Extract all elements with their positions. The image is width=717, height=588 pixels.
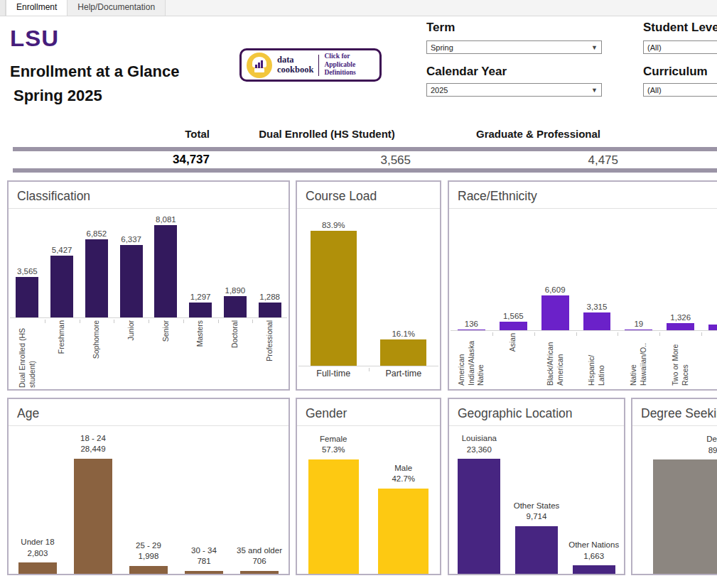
race-ethnicity-x-axis: American Indian/Alaska NativeAsianBlack/…: [451, 331, 717, 389]
bar-label: 25 - 291,998: [136, 540, 161, 562]
bar[interactable]: [129, 566, 168, 574]
bar-label: Degree89.0%: [706, 434, 717, 456]
x-axis-label: Two or More Races: [671, 333, 690, 386]
bar[interactable]: [378, 489, 428, 574]
chart-title-gender: Gender: [297, 399, 440, 426]
data-cookbook-link[interactable]: data cookbook Click for Applicable Defin…: [239, 48, 382, 82]
curriculum-select[interactable]: (All)▼: [643, 83, 717, 97]
classification-chart[interactable]: 3,5655,4276,8526,3378,0811,2971,8901,288: [10, 209, 287, 318]
summary-divider-bottom: [13, 168, 717, 173]
chart-title-age: Age: [9, 399, 289, 426]
tab-enrollment[interactable]: Enrollment: [6, 0, 68, 16]
chart-title-course-load: Course Load: [297, 182, 440, 209]
x-axis-label: Native Hawaiian/O..: [629, 333, 648, 386]
bar-value-label: 1,890: [225, 286, 245, 295]
course-load-panel: Course Load 83.9%16.1%Full-timePart-time: [296, 180, 441, 391]
bar[interactable]: [708, 325, 717, 330]
summary-header-total: Total: [142, 128, 210, 140]
bar[interactable]: [85, 239, 108, 317]
degree-seeking-chart[interactable]: Degree89.0%: [634, 426, 717, 574]
bar-label: Female57.3%: [320, 434, 347, 456]
bar[interactable]: [50, 256, 73, 317]
bar[interactable]: [583, 312, 611, 330]
bar[interactable]: [16, 277, 38, 317]
bar[interactable]: [541, 295, 569, 330]
cookbook-divider: [318, 55, 319, 76]
bar[interactable]: [189, 303, 212, 317]
dropdown-arrow-icon: ▼: [591, 44, 598, 51]
chart-title-race-ethnicity: Race/Ethnicity: [449, 182, 717, 209]
bar-value-label: 6,337: [121, 235, 141, 244]
page-subtitle: Spring 2025: [14, 87, 102, 105]
bar[interactable]: [224, 296, 247, 317]
summary-header-grad-professional: Graduate & Professional: [462, 128, 615, 140]
calendar-year-filter-label: Calendar Year: [426, 65, 507, 79]
bar[interactable]: [515, 526, 558, 574]
bar-value-label: 3,315: [587, 303, 608, 311]
bar-label: Other States9,714: [514, 501, 560, 523]
sheet-tab-bar: Enrollment Help/Documentation: [0, 0, 717, 16]
calendar-year-select[interactable]: 2025▼: [426, 83, 602, 97]
bar-label: 35 and older706: [237, 545, 282, 567]
dropdown-arrow-icon: ▼: [591, 87, 598, 94]
tab-help-documentation[interactable]: Help/Documentation: [68, 0, 166, 16]
bar-value-label: 5,427: [52, 246, 72, 254]
x-axis-label: Freshman: [57, 320, 67, 354]
x-axis-label: Hispanic/ Latino: [587, 333, 606, 386]
x-axis-label: Part-time: [385, 369, 421, 379]
gender-chart[interactable]: Female57.3%Male42.7%: [298, 426, 438, 574]
bar-label: Male42.7%: [392, 463, 415, 485]
term-filter-label: Term: [426, 21, 455, 35]
bar-value-label: 1,565: [503, 312, 524, 320]
bar[interactable]: [458, 459, 500, 574]
bar[interactable]: [154, 225, 177, 317]
geographic-location-chart[interactable]: Louisiana23,360Other States9,714Other Na…: [451, 426, 622, 574]
bar[interactable]: [240, 571, 279, 574]
x-axis-label: Dual Enrolled (HS student): [18, 320, 37, 388]
bar[interactable]: [120, 245, 143, 317]
classification-x-axis: Dual Enrolled (HS student)FreshmanSophom…: [10, 318, 287, 389]
bar[interactable]: [380, 339, 426, 366]
bar-value-label: 1,326: [670, 313, 691, 322]
x-axis-label: Junior: [126, 320, 136, 341]
curriculum-filter-label: Curriculum: [643, 65, 708, 79]
bar-value-label: 6,852: [86, 229, 107, 238]
degree-seeking-panel: Degree Seeking Degree89.0%: [631, 398, 717, 575]
student-level-select[interactable]: (All)▼: [643, 40, 717, 54]
bar-label: Louisiana23,360: [462, 433, 497, 455]
bar-label: 30 - 34781: [191, 545, 217, 567]
bar[interactable]: [653, 459, 717, 574]
summary-header-dual-enrolled: Dual Enrolled (HS Student): [245, 128, 409, 140]
bar[interactable]: [311, 231, 357, 366]
bar[interactable]: [625, 330, 652, 330]
race-ethnicity-chart[interactable]: 1361,5656,6093,315191,326: [451, 209, 717, 331]
bar[interactable]: [573, 565, 615, 574]
bar[interactable]: [458, 330, 485, 330]
bar[interactable]: [259, 303, 281, 317]
bar-value-label: 1,288: [259, 293, 280, 301]
course-load-chart[interactable]: 83.9%16.1%: [298, 209, 438, 366]
bar[interactable]: [308, 459, 359, 574]
x-axis-label: Sophomore: [92, 320, 102, 359]
student-level-filter-label: Student Level: [643, 21, 717, 35]
bar-label: Under 182,803: [21, 537, 54, 559]
bar-value-label: 16.1%: [392, 330, 415, 338]
summary-divider-top: [13, 147, 717, 151]
x-axis-label: American Indian/Alaska Native: [457, 333, 486, 386]
x-axis-label: Black/African American: [546, 333, 565, 386]
bar-value-label: 8,081: [156, 215, 176, 224]
bar[interactable]: [74, 459, 113, 574]
bar[interactable]: [18, 562, 58, 574]
chart-title-geographic-location: Geographic Location: [449, 399, 624, 426]
bar-value-label: 136: [465, 320, 478, 328]
tabbar-left-edge: [0, 0, 6, 16]
cookbook-chef-hat-icon: [247, 53, 272, 78]
classification-panel: Classification 3,5655,4276,8526,3378,081…: [7, 180, 290, 391]
term-select[interactable]: Spring▼: [426, 40, 602, 54]
bar[interactable]: [667, 323, 694, 330]
bar[interactable]: [500, 322, 527, 330]
bar[interactable]: [185, 571, 224, 574]
x-axis-label: Doctoral: [230, 320, 240, 348]
age-chart[interactable]: Under 182,80318 - 2428,44925 - 291,99830…: [10, 426, 287, 574]
bar-value-label: 19: [634, 320, 643, 328]
